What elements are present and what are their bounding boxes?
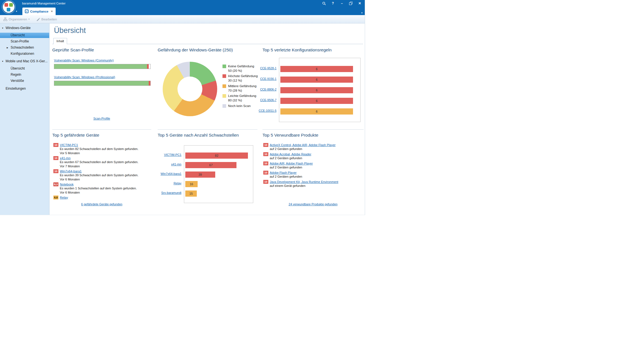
- device-description: Es wurden 67 Schwachstellen auf dem Syst…: [60, 160, 151, 164]
- app-logo[interactable]: [2, 1, 15, 13]
- restore-icon[interactable]: [349, 1, 353, 6]
- device-link[interactable]: x41-mn: [158, 163, 181, 166]
- legend-item-mittlere: Mittlere Gefährdung70 (28 %): [222, 84, 257, 93]
- tab-inhalt[interactable]: Inhalt: [53, 38, 67, 44]
- tab-close-icon[interactable]: ✕: [51, 10, 53, 13]
- severity-badge: 10: [53, 156, 58, 160]
- bar: 6: [280, 108, 353, 115]
- device-link[interactable]: Win7x64-bara1: [158, 172, 181, 175]
- organize-button[interactable]: Organisieren ▾: [3, 15, 30, 23]
- product-description: auf 2 Geräten gefunden: [270, 175, 364, 179]
- sidebar-item-verstoesse[interactable]: Verstöße: [0, 78, 49, 84]
- sidebar-item-uebersicht-mobile[interactable]: Übersicht: [0, 66, 49, 71]
- device-description: Es wurden 1 Schwachstellen auf dem Syste…: [60, 186, 151, 190]
- tab-compliance[interactable]: ✓ Compliance ✕: [22, 8, 56, 15]
- edit-pencil-icon: [36, 17, 40, 21]
- product-link[interactable]: Adobe Acrobat, Adobe Reader: [270, 153, 311, 156]
- device-link[interactable]: VICTIM-PC1: [158, 153, 181, 156]
- bar: 15: [185, 190, 197, 197]
- organize-label: Organisieren: [9, 18, 27, 21]
- risk-donut-chart: [163, 62, 217, 116]
- product-link[interactable]: ActiveX Control, Adobe AIR, Adobe Flash …: [270, 143, 335, 147]
- product-description: auf 2 Geräten gefunden: [270, 156, 364, 160]
- bar: 6: [280, 77, 353, 83]
- sidebar-item-scan-profile[interactable]: Scan-Profile: [0, 39, 49, 44]
- config-rule-link[interactable]: CCE-9528-1: [257, 66, 276, 70]
- config-rule-link[interactable]: CCE-9156-1: [257, 77, 276, 80]
- device-row: 6,8 Relay: [53, 195, 151, 199]
- scan-profiles-footer-link[interactable]: Scan-Profile: [52, 117, 151, 120]
- config-rule-link[interactable]: CCE-8806-2: [257, 88, 276, 91]
- device-row: 10 x41-mn Es wurden 67 Schwachstellen au…: [53, 156, 151, 168]
- product-row: 10 Java Development Kit, Java Runtime En…: [263, 180, 364, 188]
- device-link[interactable]: Relay: [158, 182, 181, 185]
- product-row: 10 Adobe Flash Player auf 2 Geräten gefu…: [263, 170, 364, 179]
- minimize-icon[interactable]: –: [340, 1, 344, 6]
- app-menu-chevron-icon[interactable]: ▾: [16, 10, 17, 13]
- product-description: auf 2 Geräten gefunden: [270, 147, 364, 151]
- window-controls: ? – ✕: [322, 0, 362, 7]
- device-age: Vor 7 Monaten: [60, 164, 151, 168]
- window-title: baramundi Management Center: [22, 2, 65, 5]
- panel-title-risk-donut: Gefährdung der Windows-Geräte (250): [158, 47, 233, 53]
- device-link[interactable]: Srv-baramundi: [158, 191, 181, 194]
- tabstrip: ✓ Compliance ✕ ▾: [0, 7, 365, 15]
- sidebar-item-schwachstellen[interactable]: ▶ Schwachstellen: [0, 45, 49, 50]
- device-link[interactable]: Notebook: [60, 183, 74, 186]
- bar: 6: [280, 98, 353, 104]
- edit-button[interactable]: Bearbeiten: [36, 15, 57, 23]
- sidebar-item-regeln[interactable]: Regeln: [0, 72, 49, 77]
- sidebar-group-windows-geraete[interactable]: ▼ Windows-Geräte: [0, 25, 49, 31]
- progress-segment-noncompliant: [147, 64, 149, 69]
- bar: 82: [185, 153, 248, 159]
- device-row: 10 Win7x64-bara1 Es wurden 39 Schwachste…: [53, 169, 151, 181]
- sidebar-item-konfigurationen[interactable]: Konfigurationen: [0, 51, 49, 56]
- logo-tile-blue: [7, 8, 10, 11]
- products-footer-link[interactable]: 24 verwundbare Produkte gefunden: [262, 203, 364, 206]
- close-icon[interactable]: ✕: [357, 1, 362, 6]
- help-icon[interactable]: ?: [331, 1, 335, 6]
- product-link[interactable]: Adobe Flash Player: [270, 171, 297, 174]
- panel-title-config-rules: Top 5 verletzte Konfigurationsregeln: [262, 47, 332, 53]
- legend-item-hoechste: Höchste Gefährdung30 (12 %): [222, 74, 258, 83]
- collapse-arrow-icon[interactable]: ▼: [2, 59, 4, 64]
- device-link[interactable]: Relay: [60, 196, 68, 199]
- compliance-check-icon: ✓: [25, 9, 29, 13]
- sidebar-group-mobile-mac[interactable]: ▼ Mobile und Mac OS X-Ger...: [0, 59, 49, 64]
- device-link[interactable]: Win7x64-bara1: [60, 170, 82, 173]
- divider: [158, 129, 257, 130]
- edit-label: Bearbeiten: [41, 18, 57, 21]
- logo-tile-red: [4, 3, 8, 7]
- legend-item-kein-scan: Noch kein Scan: [222, 104, 251, 108]
- device-link[interactable]: VICTIM-PC1: [60, 143, 78, 147]
- collapse-arrow-icon[interactable]: ▼: [2, 25, 4, 31]
- organize-icon: [3, 17, 7, 21]
- main-content: Übersicht Inhalt Geprüfte Scan-Profile G…: [50, 23, 365, 215]
- device-age: Vor 6 Monaten: [60, 177, 151, 182]
- device-description: Es wurden 82 Schwachstellen auf dem Syst…: [60, 147, 151, 151]
- scan-profile-progress-community: [54, 64, 151, 69]
- severity-badge: 10: [263, 180, 268, 184]
- scan-profile-link-community[interactable]: Vulnerability Scan: Windows (Community): [54, 59, 114, 62]
- search-icon[interactable]: [322, 1, 326, 6]
- sidebar-item-uebersicht-windows[interactable]: Übersicht: [0, 33, 49, 38]
- panel-title-top-devices: Top 5 gefährdete Geräte: [52, 133, 99, 138]
- sidebar-group-einstellungen[interactable]: Einstellungen: [0, 86, 49, 91]
- device-link[interactable]: x41-mn: [60, 156, 70, 160]
- legend-swatch: [222, 65, 226, 68]
- scan-profile-link-professional[interactable]: Vulnerability Scan: Windows (Professiona…: [54, 75, 115, 79]
- bar: 67: [185, 162, 236, 168]
- bar: 39: [185, 172, 215, 178]
- device-age: Vor 6 Monaten: [60, 190, 151, 195]
- progress-segment-compliant: [54, 81, 149, 85]
- devices-footer-link[interactable]: 6 gefährdete Geräte gefunden: [52, 203, 151, 206]
- device-age: Vor 5 Monaten: [60, 151, 151, 155]
- tabstrip-chevron-icon[interactable]: ▾: [361, 11, 363, 14]
- config-rule-link[interactable]: CCE-10011-5: [257, 109, 276, 112]
- product-link[interactable]: Adobe AIR, Adobe Flash Player: [270, 162, 313, 165]
- product-link[interactable]: Java Development Kit, Java Runtime Envir…: [270, 180, 338, 184]
- config-rule-link[interactable]: CCE-9506-7: [257, 98, 276, 102]
- app-window: baramundi Management Center ? – ✕ ▾ ✓ Co…: [0, 0, 365, 215]
- expand-arrow-icon[interactable]: ▶: [7, 45, 8, 50]
- config-rules-chart: 6 6 6 6 6: [279, 58, 361, 122]
